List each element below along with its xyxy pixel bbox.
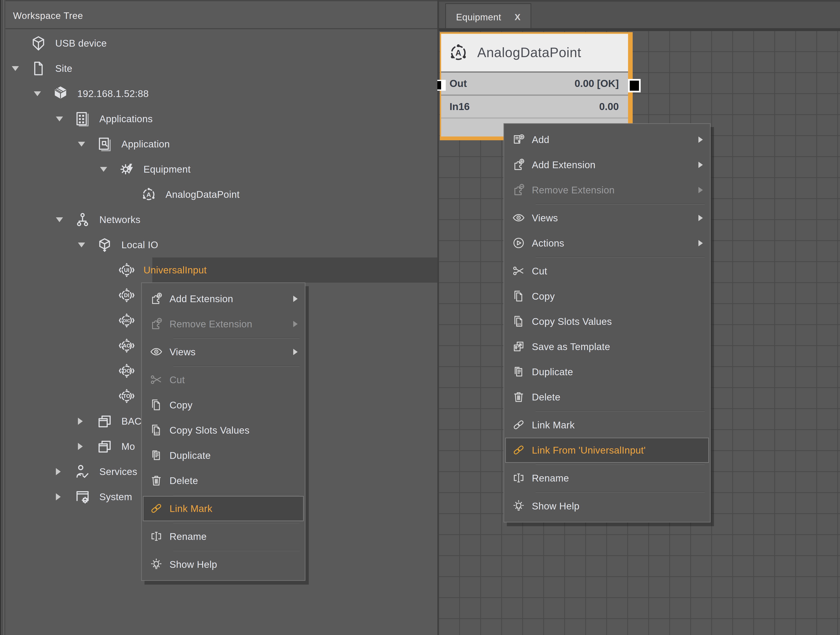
workspace-tree-header: Workspace Tree <box>5 3 437 28</box>
selection-handle-left[interactable] <box>437 80 446 91</box>
collapse-arrow-icon[interactable] <box>56 217 63 222</box>
tree-item-analogdatapoint[interactable]: AAnalogDataPoint <box>5 182 437 207</box>
tree-item-192-168-1-52-88[interactable]: 192.168.1.52:88 <box>5 81 437 106</box>
tree-item-local-io[interactable]: Local IO <box>5 232 437 257</box>
canvas-menu-item-duplicate[interactable]: Duplicate <box>504 359 710 384</box>
menu-separator <box>173 366 300 366</box>
collapse-arrow-icon[interactable] <box>12 66 19 71</box>
canvas-menu-item-delete[interactable]: Delete <box>504 384 710 410</box>
tab-close-icon[interactable]: X <box>515 12 521 22</box>
equipment-icon <box>118 161 136 178</box>
tree-item-application[interactable]: Application <box>5 131 437 157</box>
menu-item-label: Delete <box>169 468 198 493</box>
system-icon <box>74 488 92 506</box>
collapse-arrow-icon[interactable] <box>78 142 85 147</box>
panel-divider[interactable] <box>437 0 439 635</box>
canvas-menu-item-rename[interactable]: Rename <box>504 466 710 491</box>
canvas-menu-item-link-mark[interactable]: Link Mark <box>504 413 710 438</box>
tree-item-applications[interactable]: Applications <box>5 106 437 131</box>
expand-arrow-icon[interactable] <box>78 443 83 450</box>
expand-arrow-icon[interactable] <box>56 493 61 500</box>
canvas-menu-item-views[interactable]: Views <box>504 205 710 230</box>
tab-bar-edge <box>439 28 840 31</box>
expand-arrow-icon[interactable] <box>78 418 83 425</box>
svg-text:123: 123 <box>516 323 521 326</box>
trash-icon <box>149 474 163 487</box>
tree-menu-item-show-help[interactable]: Show Help <box>142 552 305 577</box>
tree-menu-item-cut: Cut <box>142 367 305 392</box>
slot-row-out[interactable]: Out 0.00 [OK] <box>441 72 628 95</box>
tree-item-universalinput[interactable]: UIUniversalInput <box>5 257 437 283</box>
tree-item-label: USB device <box>55 31 107 56</box>
canvas-menu-item-copy-slots-values[interactable]: 123Copy Slots Values <box>504 309 710 334</box>
submenu-arrow-icon <box>293 349 298 355</box>
menu-item-label: Link Mark <box>169 496 212 521</box>
header-separator <box>5 28 437 29</box>
tree-menu-item-duplicate[interactable]: Duplicate <box>142 443 305 468</box>
canvas-menu-item-link-from-universalinput[interactable]: Link From 'UniversalInput' <box>505 438 709 463</box>
canvas-menu-item-cut[interactable]: Cut <box>504 258 710 284</box>
tree-menu-item-views[interactable]: Views <box>142 339 305 364</box>
canvas-menu-item-add[interactable]: Add <box>504 127 710 152</box>
local-io-icon <box>96 236 114 254</box>
trash-icon <box>512 390 526 404</box>
canvas-context-menu: AddAdd ExtensionRemove ExtensionViewsAct… <box>504 123 711 522</box>
scissors-icon <box>512 264 526 278</box>
menu-item-label: Copy Slots Values <box>169 418 249 443</box>
collapse-arrow-icon[interactable] <box>34 91 41 96</box>
tree-item-networks[interactable]: Networks <box>5 207 437 232</box>
tree-item-label: Equipment <box>144 157 191 182</box>
copy-icon <box>512 289 526 303</box>
collapse-arrow-icon[interactable] <box>56 117 63 121</box>
tab-equipment[interactable]: Equipment X <box>445 3 531 30</box>
tree-menu-item-remove-extension: Remove Extension <box>142 311 305 337</box>
submenu-arrow-icon <box>698 162 703 168</box>
tree-item-site[interactable]: Site <box>5 56 437 81</box>
copy-values-icon: 123 <box>512 314 526 328</box>
tree-menu-item-link-mark[interactable]: Link Mark <box>143 496 304 521</box>
tree-menu-item-delete[interactable]: Delete <box>142 468 305 493</box>
submenu-arrow-icon <box>293 321 298 327</box>
canvas-menu-item-copy[interactable]: Copy <box>504 284 710 309</box>
svg-text:TO: TO <box>123 393 130 399</box>
point-to-icon: TO <box>118 387 136 405</box>
tree-item-label: Mo <box>122 434 135 459</box>
collapse-arrow-icon[interactable] <box>78 243 85 247</box>
tree-menu-item-copy-slots-values[interactable]: 123Copy Slots Values <box>142 418 305 443</box>
tree-menu-item-rename[interactable]: Rename <box>142 524 305 549</box>
puzzle-minus-icon <box>149 317 163 331</box>
point-di-icon: DI <box>118 287 136 304</box>
submenu-arrow-icon <box>698 240 703 246</box>
menu-item-label: Show Help <box>169 552 217 577</box>
rename-icon <box>149 529 163 543</box>
expand-arrow-icon[interactable] <box>56 468 61 475</box>
canvas-menu-item-add-extension[interactable]: Add Extension <box>504 152 710 177</box>
puzzle-minus-icon <box>512 183 526 197</box>
add-widget-icon <box>512 132 526 147</box>
menu-item-label: Cut <box>169 367 185 392</box>
tree-menu-item-copy[interactable]: Copy <box>142 392 305 418</box>
menu-item-label: Copy <box>532 284 555 309</box>
menu-item-label: Remove Extension <box>169 311 252 337</box>
tree-item-equipment[interactable]: Equipment <box>5 157 437 182</box>
menu-separator <box>173 494 300 495</box>
menu-separator <box>536 492 705 493</box>
canvas-menu-item-show-help[interactable]: Show Help <box>504 493 710 519</box>
tree-menu-item-add-extension[interactable]: Add Extension <box>142 286 305 311</box>
canvas-menu-item-actions[interactable]: Actions <box>504 230 710 256</box>
menu-separator <box>536 464 705 465</box>
svg-text:123: 123 <box>154 431 159 435</box>
view-tab-bar: Equipment X <box>439 0 840 30</box>
play-circle-icon <box>512 236 526 250</box>
eye-icon <box>149 345 163 359</box>
tree-item-label: Services <box>99 459 137 484</box>
canvas-menu-item-save-as-template[interactable]: Save as Template <box>504 334 710 359</box>
collapse-arrow-icon[interactable] <box>100 167 107 172</box>
menu-item-label: Rename <box>169 524 207 549</box>
menu-separator <box>536 257 705 258</box>
slot-row-in16[interactable]: In16 0.00 <box>441 96 628 118</box>
menu-item-label: Link Mark <box>532 413 575 438</box>
tree-item-usb-device[interactable]: USB device <box>5 31 437 56</box>
splitter-line <box>3 0 4 635</box>
selection-handle-right[interactable] <box>628 79 641 92</box>
